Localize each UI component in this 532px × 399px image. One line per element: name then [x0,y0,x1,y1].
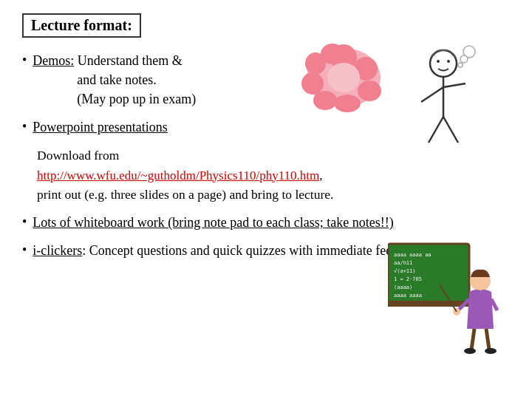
svg-line-33 [471,329,474,349]
svg-point-5 [313,91,337,110]
svg-point-8 [321,44,344,64]
demos-text-line2: and take notes. [77,70,156,89]
bullet-dot-demos: • [22,52,27,68]
person-illustration [395,43,491,161]
slide-container: Lecture format: • Demos: Understand them… [0,0,532,399]
svg-point-4 [334,95,361,112]
svg-line-17 [443,117,458,143]
iclickers-text: : Concept questions and quick quizzes wi… [82,243,426,258]
svg-text:aa/h11: aa/h11 [394,260,412,266]
svg-point-11 [437,60,440,63]
svg-point-20 [458,63,463,67]
demos-text-line3: (May pop up in exam) [77,89,196,109]
svg-point-3 [358,81,381,101]
slide-title: Lecture format: [22,13,141,38]
svg-point-12 [447,60,450,63]
iclickers-label: i-clickers [33,243,82,258]
svg-line-16 [429,117,443,143]
svg-point-6 [301,72,324,95]
svg-text:(aaaa): (aaaa) [394,284,412,290]
svg-line-34 [486,329,489,349]
svg-point-19 [460,55,468,63]
bullet-dot-whiteboard: • [22,214,27,230]
svg-text:√(a+11): √(a+11) [394,268,416,274]
powerpoint-label: Powerpoint presentations [33,120,167,134]
bullet-dot-powerpoint: • [22,119,27,134]
download-line2: print out (e.g. three slides on a page) … [37,187,333,202]
svg-point-36 [485,348,497,354]
whiteboard-label: Lots of whiteboard work (bring note pad … [33,215,393,230]
bullet-whiteboard: • Lots of whiteboard work (bring note pa… [22,213,510,232]
svg-line-14 [421,87,443,102]
flower-illustration [299,43,388,113]
svg-point-35 [464,348,476,354]
svg-point-9 [327,63,360,92]
download-link[interactable]: http://www.wfu.edu/~gutholdm/Physics110/… [37,168,319,183]
bullet-content-iclickers: i-clickers: Concept questions and quick … [33,241,426,260]
demos-label: Demos: [33,53,74,68]
svg-text:1 = 2·705: 1 = 2·705 [394,276,422,282]
bullet-content-demos: Demos: Understand them & and take notes.… [33,51,196,109]
bullet-content-whiteboard: Lots of whiteboard work (bring note pad … [33,213,393,232]
svg-rect-28 [388,301,469,307]
bullet-content-powerpoint: Powerpoint presentations [33,117,167,137]
svg-line-15 [443,83,466,87]
svg-text:aaaa aaaa aa: aaaa aaaa aa [394,252,432,258]
bullet-dot-iclickers: • [22,242,27,258]
download-line1: Download from [37,148,119,163]
teacher-illustration: aaaa aaaa aa aa/h11 √(a+11) 1 = 2·705 (a… [388,240,499,355]
svg-text:aaaa aaaa: aaaa aaaa [394,293,422,299]
demos-text-line1: Understand them & [78,53,183,68]
